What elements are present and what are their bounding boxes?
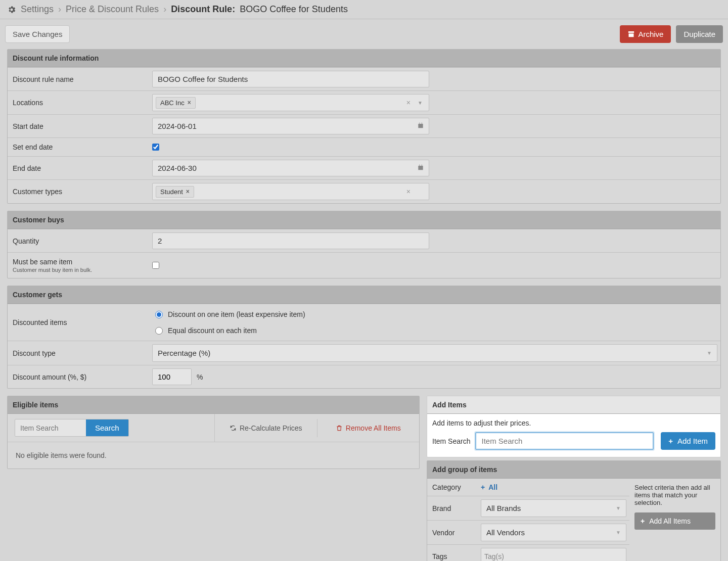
eligible-search[interactable]: Search — [15, 419, 129, 437]
caret-down-icon: ▼ — [707, 350, 712, 356]
select-value: Percentage (%) — [158, 349, 210, 357]
action-bar: Save Changes Archive Duplicate — [0, 19, 728, 49]
radio-equal-label: Equal discount on each item — [168, 326, 257, 335]
add-all-items-button[interactable]: Add All Items — [634, 512, 715, 530]
calendar-icon[interactable] — [417, 164, 424, 172]
panel-add-items-header: Add Items — [427, 396, 720, 414]
archive-label: Archive — [638, 30, 663, 38]
trash-icon — [336, 425, 343, 432]
crumb-label: Discount Rule: — [171, 4, 235, 15]
calendar-icon[interactable] — [417, 122, 424, 130]
save-button[interactable]: Save Changes — [5, 25, 70, 43]
chip-label: Student — [160, 188, 183, 196]
label-category: Category — [427, 479, 478, 496]
clear-icon[interactable]: × — [406, 99, 411, 107]
select-value: All Vendors — [486, 528, 525, 537]
item-search-input[interactable] — [475, 432, 654, 450]
select-value: All Brands — [486, 504, 521, 512]
add-item-button[interactable]: Add Item — [661, 432, 715, 450]
panel-buys-header: Customer buys — [8, 211, 720, 229]
radio-one-label: Discount on one item (least expensive it… — [168, 310, 305, 318]
radio-one-input[interactable] — [155, 311, 163, 318]
archive-icon — [627, 30, 635, 38]
add-all-label: Add All Items — [649, 517, 691, 525]
tags-ph: Tag(s) — [484, 552, 504, 560]
eligible-empty: No eligible items were found. — [8, 442, 419, 469]
label-vendor: Vendor — [427, 521, 478, 544]
percent-symbol: % — [197, 373, 203, 381]
gear-icon — [7, 5, 16, 14]
ctype-chip[interactable]: Student × — [156, 186, 194, 198]
refresh-icon — [230, 425, 237, 432]
panel-buys: Customer buys Quantity Must be same item… — [7, 211, 721, 278]
plus-icon — [641, 517, 646, 525]
plus-icon — [668, 437, 674, 445]
input-start-date[interactable] — [152, 118, 429, 134]
eligible-search-input[interactable] — [15, 419, 86, 436]
add-items-desc: Add items to adjust their prices. — [432, 419, 654, 427]
crumb-rules[interactable]: Price & Discount Rules — [66, 4, 159, 15]
label-same-sub: Customer must buy item in bulk. — [13, 267, 144, 273]
label-tags: Tags — [427, 545, 478, 561]
item-search-label: Item Search — [432, 437, 470, 445]
label-start-date: Start date — [8, 115, 149, 137]
crumb-settings[interactable]: Settings — [21, 4, 54, 15]
label-set-end: Set end date — [8, 138, 149, 156]
select-discount-type[interactable]: Percentage (%) ▼ — [152, 344, 717, 362]
panel-eligible: Eligible items Search Re-Calculate Price… — [7, 396, 420, 469]
panel-group-header: Add group of items — [427, 461, 720, 479]
label-rule-name: Discount rule name — [8, 68, 149, 90]
radio-equal-input[interactable] — [155, 327, 163, 335]
label-brand: Brand — [427, 496, 478, 520]
panel-group: Add group of items Category All Brand — [427, 460, 721, 561]
location-chip[interactable]: ABC Inc × — [156, 97, 196, 109]
label-discount-amount: Discount amount (%, $) — [8, 365, 149, 388]
add-item-label: Add Item — [677, 437, 708, 445]
category-all-link[interactable]: All — [481, 483, 497, 491]
remove-icon[interactable]: × — [188, 99, 191, 106]
recalc-link[interactable]: Re-Calculate Prices — [230, 424, 302, 432]
customer-types-select[interactable]: Student × × — [152, 183, 429, 200]
remove-icon[interactable]: × — [186, 188, 190, 195]
label-discount-type: Discount type — [8, 341, 149, 365]
label-same-item: Must be same item Customer must buy item… — [8, 253, 149, 278]
caret-down-icon[interactable]: ▼ — [418, 100, 423, 106]
eligible-search-button[interactable]: Search — [86, 419, 128, 436]
chip-label: ABC Inc — [160, 99, 185, 107]
duplicate-button[interactable]: Duplicate — [676, 25, 723, 43]
breadcrumb: Settings › Price & Discount Rules › Disc… — [0, 0, 728, 19]
crumb-value: BOGO Coffee for Students — [240, 4, 348, 15]
input-discount-amount[interactable] — [152, 368, 192, 385]
caret-down-icon: ▼ — [616, 505, 621, 511]
clear-icon[interactable]: × — [406, 188, 411, 196]
panel-gets: Customer gets Discounted items Discount … — [7, 286, 721, 389]
radio-equal[interactable]: Equal discount on each item — [149, 322, 263, 339]
checkbox-set-end[interactable] — [152, 144, 159, 151]
label-locations: Locations — [8, 91, 149, 114]
panel-eligible-header: Eligible items — [8, 396, 419, 414]
input-quantity[interactable] — [152, 232, 429, 249]
tags-input[interactable]: Tag(s) — [481, 548, 626, 561]
radio-one-item[interactable]: Discount on one item (least expensive it… — [149, 306, 311, 322]
remove-all-link[interactable]: Remove All Items — [336, 424, 401, 432]
group-aside-text: Select criteria then add all items that … — [634, 484, 715, 506]
locations-select[interactable]: ABC Inc × × ▼ — [152, 94, 429, 111]
panel-info: Discount rule information Discount rule … — [7, 49, 721, 204]
label-quantity: Quantity — [8, 229, 149, 252]
vendor-select[interactable]: All Vendors▼ — [481, 524, 626, 541]
panel-gets-header: Customer gets — [8, 286, 720, 304]
brand-select[interactable]: All Brands▼ — [481, 499, 626, 517]
archive-button[interactable]: Archive — [620, 25, 671, 43]
plus-icon — [481, 483, 486, 491]
remove-label: Remove All Items — [346, 424, 401, 432]
input-end-date[interactable] — [152, 160, 429, 176]
checkbox-same-item[interactable] — [152, 262, 159, 269]
input-rule-name[interactable] — [152, 71, 429, 87]
panel-info-header: Discount rule information — [8, 50, 720, 67]
chevron-right-icon: › — [58, 4, 61, 15]
label-discounted-items: Discounted items — [8, 304, 149, 341]
caret-down-icon: ▼ — [616, 530, 621, 535]
panel-add-items: Add Items Add items to adjust their pric… — [427, 396, 721, 457]
recalc-label: Re-Calculate Prices — [240, 424, 302, 432]
label-customer-types: Customer types — [8, 180, 149, 203]
